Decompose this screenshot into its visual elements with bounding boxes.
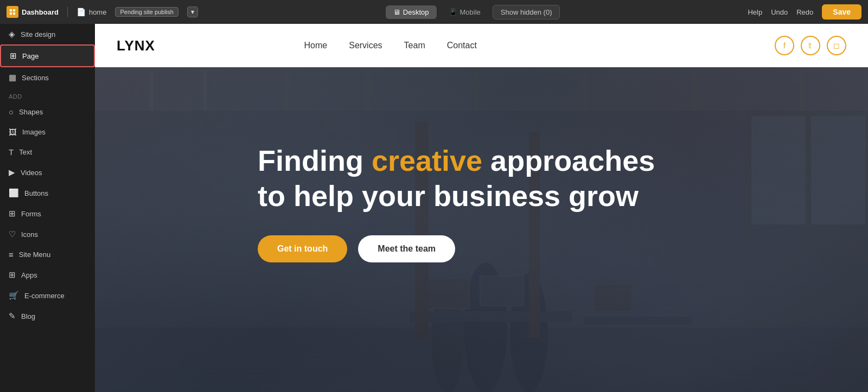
site-design-label: Site design <box>21 30 55 38</box>
website-content: LYNX Home Services Team Contact f 𝕥 <box>95 24 868 392</box>
save-button[interactable]: Save <box>822 4 861 20</box>
mobile-icon: 📱 <box>449 8 457 16</box>
sidebar-item-buttons[interactable]: ⬜ Buttons <box>0 183 95 203</box>
logo-icon <box>7 6 18 18</box>
sidebar-item-text[interactable]: T Text <box>0 142 95 162</box>
hero-text-1: Finding <box>258 144 372 177</box>
site-logo: LYNX <box>117 37 155 54</box>
topbar-right-actions: Help Undo Redo Save <box>748 4 861 20</box>
site-social: f 𝕥 ◻ <box>775 36 846 55</box>
forms-label: Forms <box>21 210 41 218</box>
dashboard-label: Dashboard <box>22 8 59 16</box>
sidebar-item-blog[interactable]: ✎ Blog <box>0 306 95 326</box>
dashboard-logo[interactable]: Dashboard <box>7 6 59 18</box>
sidebar-item-images[interactable]: 🖼 Images <box>0 122 95 142</box>
nav-contact[interactable]: Contact <box>447 41 477 50</box>
buttons-icon: ⬜ <box>9 188 19 198</box>
apps-label: Apps <box>21 271 37 279</box>
ecommerce-icon: 🛒 <box>9 291 19 300</box>
nav-team[interactable]: Team <box>404 41 425 50</box>
apps-icon: ⊞ <box>9 270 16 280</box>
sidebar-item-shapes[interactable]: ○ Shapes <box>0 102 95 122</box>
sidebar: ◈ Site design ⊞ Page ▦ Sections Add ○ Sh… <box>0 24 95 392</box>
hero-content: Finding creative approaches to help your… <box>95 67 868 295</box>
page-icon: 📄 <box>76 8 86 16</box>
get-in-touch-button[interactable]: Get in touch <box>258 235 347 262</box>
sidebar-item-sections[interactable]: ▦ Sections <box>0 67 95 88</box>
divider-1 <box>67 7 68 17</box>
social-instagram[interactable]: ◻ <box>827 36 846 55</box>
hero-highlight: creative <box>372 144 482 177</box>
blog-icon: ✎ <box>9 311 16 321</box>
sidebar-item-site-design[interactable]: ◈ Site design <box>0 24 95 44</box>
svg-rect-17 <box>410 311 572 322</box>
text-icon: T <box>9 147 14 157</box>
videos-label: Videos <box>21 169 42 177</box>
mobile-label: Mobile <box>460 8 481 16</box>
svg-rect-18 <box>583 317 692 325</box>
desktop-label: Desktop <box>403 8 429 16</box>
hero-section: Finding creative approaches to help your… <box>95 67 868 392</box>
shapes-icon: ○ <box>9 107 14 117</box>
hero-buttons: Get in touch Meet the team <box>258 235 705 262</box>
mobile-view-button[interactable]: 📱 Mobile <box>441 5 488 19</box>
view-toggle: 🖥 Desktop 📱 Mobile Show hidden (0) <box>207 5 739 20</box>
undo-button[interactable]: Undo <box>771 8 788 16</box>
pending-publish-badge[interactable]: Pending site publish <box>115 7 178 17</box>
page-sidebar-icon: ⊞ <box>10 51 17 61</box>
images-label: Images <box>22 128 46 136</box>
instagram-icon: ◻ <box>833 41 840 50</box>
sidebar-item-site-menu[interactable]: ≡ Site Menu <box>0 245 95 265</box>
hero-text-3: to help your business grow <box>258 179 639 212</box>
videos-icon: ▶ <box>9 168 15 177</box>
redo-button[interactable]: Redo <box>796 8 813 16</box>
nav-home[interactable]: Home <box>304 41 328 50</box>
sidebar-item-ecommerce[interactable]: 🛒 E-commerce <box>0 285 95 306</box>
site-nav: Home Services Team Contact <box>304 41 477 50</box>
hero-title: Finding creative approaches to help your… <box>258 143 705 214</box>
icons-icon: ♡ <box>9 229 16 239</box>
site-menu-icon: ≡ <box>9 250 14 259</box>
desktop-icon: 🖥 <box>393 8 400 16</box>
blog-label: Blog <box>21 312 35 320</box>
social-facebook[interactable]: f <box>775 36 794 55</box>
page-sidebar-label: Page <box>22 52 39 60</box>
site-navbar: LYNX Home Services Team Contact f 𝕥 <box>95 24 868 67</box>
show-hidden-button[interactable]: Show hidden (0) <box>493 5 560 20</box>
buttons-label: Buttons <box>24 189 48 197</box>
site-design-icon: ◈ <box>9 29 15 39</box>
facebook-icon: f <box>783 41 786 50</box>
sidebar-item-icons[interactable]: ♡ Icons <box>0 224 95 245</box>
hero-text-2: approaches <box>482 144 655 177</box>
sidebar-item-videos[interactable]: ▶ Videos <box>0 162 95 183</box>
twitter-icon: 𝕥 <box>808 41 812 50</box>
icons-label: Icons <box>21 230 38 239</box>
add-section-label: Add <box>0 88 95 102</box>
publish-dropdown-button[interactable]: ▾ <box>187 7 198 17</box>
meet-the-team-button[interactable]: Meet the team <box>358 235 455 262</box>
preview-area: LYNX Home Services Team Contact f 𝕥 <box>95 24 868 392</box>
sidebar-item-page[interactable]: ⊞ Page <box>0 44 95 67</box>
help-button[interactable]: Help <box>748 8 762 16</box>
page-name: home <box>89 8 107 16</box>
sidebar-item-apps[interactable]: ⊞ Apps <box>0 265 95 285</box>
topbar: Dashboard 📄 home Pending site publish ▾ … <box>0 0 868 24</box>
sidebar-item-forms[interactable]: ⊞ Forms <box>0 203 95 224</box>
forms-icon: ⊞ <box>9 209 16 219</box>
shapes-label: Shapes <box>19 108 43 116</box>
site-menu-label: Site Menu <box>19 250 51 259</box>
text-label: Text <box>19 148 32 156</box>
sections-icon: ▦ <box>9 73 16 82</box>
desktop-view-button[interactable]: 🖥 Desktop <box>386 5 437 19</box>
main-layout: ◈ Site design ⊞ Page ▦ Sections Add ○ Sh… <box>0 24 868 392</box>
page-indicator: 📄 home <box>76 8 107 16</box>
ecommerce-label: E-commerce <box>24 292 65 300</box>
nav-services[interactable]: Services <box>349 41 382 50</box>
sections-label: Sections <box>22 74 49 82</box>
images-icon: 🖼 <box>9 127 17 137</box>
social-twitter[interactable]: 𝕥 <box>801 36 820 55</box>
website-frame: LYNX Home Services Team Contact f 𝕥 <box>95 24 868 392</box>
